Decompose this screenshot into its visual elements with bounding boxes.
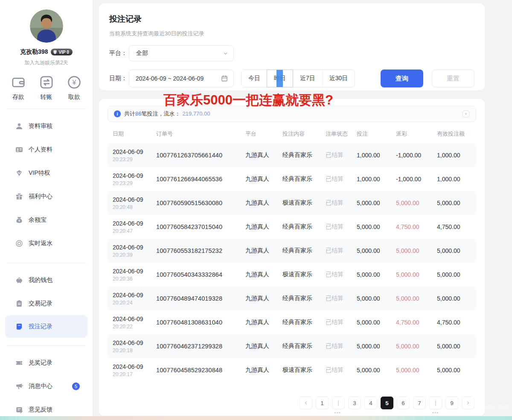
summary-text: 共计86笔投注，流水：219,770.00 (124, 110, 210, 118)
reset-button[interactable]: 重置 (432, 70, 474, 87)
expand-icon[interactable] (462, 110, 470, 118)
page-subtitle: 当前系统支持查询最近30日的投注记录 (109, 30, 485, 38)
column-header: 投注内容 (282, 130, 326, 138)
transfer-button[interactable]: 转账 (39, 75, 54, 101)
sidebar-group-2: 我的钱包 交易记录 投注记录 (0, 263, 93, 338)
range-yesterday-button[interactable]: 昨日 (267, 70, 293, 87)
column-header: 日期 (113, 130, 156, 138)
table-row: 2024-06-09 20:20:22 1007760481308631040 … (108, 310, 476, 334)
prev-page-button[interactable] (300, 397, 312, 409)
join-days-text: 加入九游娱乐第2天 (0, 59, 93, 67)
clipboard-icon (15, 300, 23, 307)
person-icon (15, 122, 23, 130)
page-button-3[interactable]: 3 (348, 397, 361, 409)
table-row: 2024-06-09 20:20:48 1007760590515630080 … (108, 191, 476, 215)
chevron-right-icon (465, 400, 471, 406)
turnover-amount: 219,770.00 (182, 110, 210, 117)
range-last30-button[interactable]: 近30日 (322, 70, 355, 87)
query-button[interactable]: 查询 (381, 70, 423, 87)
sidebar-group-1: 资料审核 个人资料 VIP特权 福利中心 ¥ 余额宝 实时返水 (0, 109, 93, 255)
page-title: 投注记录 (109, 14, 485, 25)
sidebar-item-messages[interactable]: 消息中心 5 (0, 374, 93, 398)
watermark: squ.me (483, 402, 509, 411)
gem-icon (15, 169, 23, 177)
idcard-icon (15, 146, 23, 154)
pagination-overflow-dots: ... (432, 407, 439, 414)
table-row: 2024-06-09 20:20:47 1007760584237015040 … (108, 215, 476, 239)
sidebar-item-wallet[interactable]: 我的钱包 (0, 268, 93, 292)
bottom-edge-strip (0, 416, 512, 420)
transfer-icon (39, 75, 54, 90)
column-header: 派彩 (396, 130, 437, 138)
megaphone-icon (15, 382, 23, 390)
table-row: 2024-06-09 20:23:29 1007761263705661440 … (108, 143, 476, 167)
bet-count: 86 (135, 110, 141, 117)
quick-actions: 存款 转账 ¥ 取款 (11, 75, 81, 101)
column-header: 投注 (357, 130, 396, 138)
target-icon (15, 240, 23, 247)
table-row: 2024-06-09 20:20:39 1007760553182175232 … (108, 239, 476, 263)
sidebar-item-transactions[interactable]: 交易记录 (0, 292, 93, 315)
withdraw-icon: ¥ (67, 75, 81, 90)
user-name: 克孜勒398 (20, 48, 48, 56)
filter-actions: 查询 重置 (381, 70, 474, 87)
range-last7-button[interactable]: 近7日 (293, 70, 322, 87)
document-icon (15, 323, 23, 330)
sidebar-item-rebate[interactable]: 实时返水 (0, 232, 93, 255)
wallet-icon (11, 75, 26, 90)
feedback-icon (15, 406, 23, 414)
column-header: 平台 (245, 130, 282, 138)
table-row: 2024-06-09 20:20:36 1007760540343332864 … (108, 263, 476, 287)
range-today-button[interactable]: 今日 (241, 70, 267, 87)
sidebar: 克孜勒398 VIP 0 加入九游娱乐第2天 存款 转账 ¥ (0, 0, 93, 417)
table-header: 日期订单号平台投注内容注单状态投注派彩有效投注额 (108, 125, 476, 143)
page-button-4[interactable]: 4 (364, 397, 377, 409)
sidebar-item-welfare[interactable]: 福利中心 (0, 185, 93, 208)
date-range-input[interactable]: 2024-06-09 ~ 2024-06-09 (129, 70, 234, 87)
table-row: 2024-06-09 20:20:24 1007760489474019328 … (108, 287, 476, 310)
date-label: 日期： (109, 75, 129, 82)
filter-card: 投注记录 当前系统支持查询最近30日的投注记录 平台： 全部 日期： 2024-… (99, 3, 485, 90)
column-header: 有效投注额 (437, 130, 476, 138)
page-button-9[interactable]: 9 (445, 397, 458, 409)
page-button-7[interactable]: 7 (413, 397, 426, 409)
sidebar-item-redeem[interactable]: 兑奖记录 (0, 351, 93, 374)
table-row: 2024-06-09 20:20:17 1007760458529230848 … (108, 358, 476, 382)
withdraw-button[interactable]: ¥ 取款 (67, 75, 81, 101)
quick-range-group: 今日 昨日 近7日 近30日 (241, 70, 355, 87)
sidebar-item-profile[interactable]: 个人资料 (0, 138, 93, 161)
platform-select[interactable]: 全部 (129, 45, 234, 61)
records-card: i 共计86笔投注，流水：219,770.00 日期订单号平台投注内容注单状态投… (99, 99, 485, 416)
sidebar-item-bet-records[interactable]: 投注记录 (5, 315, 87, 338)
calendar-icon (221, 75, 228, 82)
platform-filter-row: 平台： 全部 (109, 45, 234, 61)
gift-icon (15, 193, 23, 200)
sidebar-item-yuebao[interactable]: ¥ 余额宝 (0, 208, 93, 232)
platform-label: 平台： (109, 49, 129, 57)
page-button-1[interactable]: 1 (316, 397, 329, 409)
next-page-button[interactable] (462, 397, 474, 409)
avatar (30, 9, 63, 43)
sidebar-item-vip[interactable]: VIP特权 (0, 161, 93, 185)
profile-panel: 克孜勒398 VIP 0 加入九游娱乐第2天 存款 转账 ¥ (0, 0, 93, 101)
vip-shield-icon (52, 49, 58, 55)
chevron-down-icon (223, 51, 228, 56)
info-icon: i (114, 110, 121, 117)
page-button-5[interactable]: 5 (381, 397, 393, 409)
vip-badge: VIP 0 (51, 49, 73, 55)
pouch-icon: ¥ (15, 216, 23, 224)
page-button-6[interactable]: 6 (397, 397, 410, 409)
column-header: 订单号 (156, 130, 245, 138)
chevron-left-icon (303, 400, 308, 406)
red-annotation-text: 百家乐5000一把连赢就要黑? (163, 91, 333, 109)
pagination: 1345679 (99, 397, 474, 409)
page-root: 克孜勒398 VIP 0 加入九游娱乐第2天 存款 转账 ¥ (0, 0, 512, 420)
sidebar-item-audit[interactable]: 资料审核 (0, 114, 93, 138)
column-header: 注单状态 (326, 130, 357, 138)
deposit-button[interactable]: 存款 (11, 75, 26, 101)
table-body: 2024-06-09 20:23:29 1007761263705661440 … (99, 143, 485, 382)
table-row: 2024-06-09 20:20:18 1007760462371299328 … (108, 334, 476, 358)
ticket-icon (15, 359, 23, 367)
unread-badge: 5 (72, 382, 80, 390)
sidebar-menu: 资料审核 个人资料 VIP特权 福利中心 ¥ 余额宝 实时返水 我的钱包 交易记… (0, 109, 93, 420)
